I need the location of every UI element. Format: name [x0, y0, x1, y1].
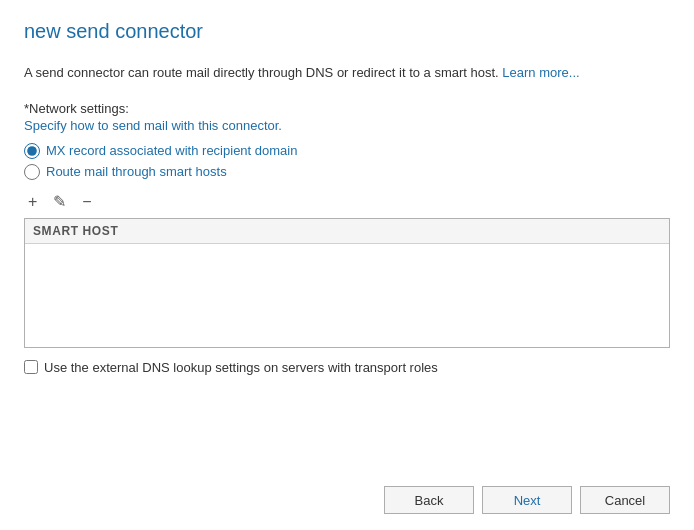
dns-checkbox-row[interactable]: Use the external DNS lookup settings on … — [24, 360, 670, 375]
radio-group: MX record associated with recipient doma… — [24, 143, 670, 180]
dns-checkbox-label: Use the external DNS lookup settings on … — [44, 360, 438, 375]
page-title: new send connector — [24, 20, 670, 43]
spacer — [24, 375, 670, 477]
back-button[interactable]: Back — [384, 486, 474, 514]
toolbar: + ✎ − — [24, 192, 670, 212]
description-body: A send connector can route mail directly… — [24, 65, 499, 80]
next-button[interactable]: Next — [482, 486, 572, 514]
description-text: A send connector can route mail directly… — [24, 63, 670, 83]
radio-option-mx[interactable]: MX record associated with recipient doma… — [24, 143, 670, 159]
radio-option-smart-host[interactable]: Route mail through smart hosts — [24, 164, 670, 180]
learn-more-link[interactable]: Learn more... — [502, 65, 579, 80]
smart-host-column-header: SMART HOST — [25, 219, 669, 244]
smart-host-body — [25, 244, 669, 339]
radio-mx[interactable] — [24, 143, 40, 159]
edit-button[interactable]: ✎ — [49, 192, 70, 212]
dns-checkbox[interactable] — [24, 360, 38, 374]
radio-smart-host[interactable] — [24, 164, 40, 180]
add-button[interactable]: + — [24, 192, 41, 212]
page-container: new send connector A send connector can … — [0, 0, 694, 530]
radio-mx-label: MX record associated with recipient doma… — [46, 143, 297, 158]
remove-button[interactable]: − — [78, 192, 95, 212]
network-settings-label: *Network settings: — [24, 101, 670, 116]
network-settings-subtitle: Specify how to send mail with this conne… — [24, 118, 670, 133]
footer: Back Next Cancel — [24, 476, 670, 514]
radio-smart-host-label: Route mail through smart hosts — [46, 164, 227, 179]
smart-host-table: SMART HOST — [24, 218, 670, 348]
cancel-button[interactable]: Cancel — [580, 486, 670, 514]
